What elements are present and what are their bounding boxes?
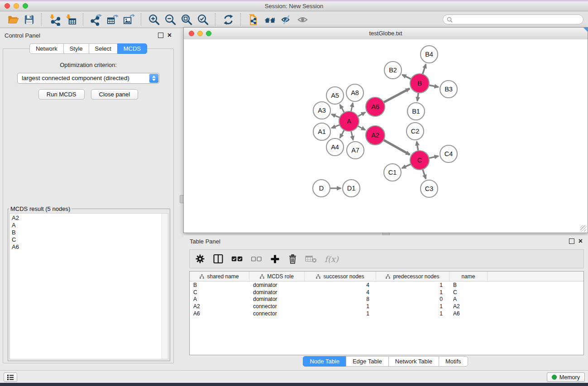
graph-node-C3[interactable]: C3 — [421, 180, 438, 197]
show-all-button[interactable] — [294, 12, 311, 27]
graph-node-B[interactable]: B — [410, 74, 429, 93]
tab-edge-table[interactable]: Edge Table — [346, 356, 389, 367]
graph-node-A4[interactable]: A4 — [326, 138, 344, 156]
graph-node-B3[interactable]: B3 — [440, 81, 457, 98]
float-panel-icon[interactable] — [158, 33, 163, 38]
zoom-selected-button[interactable] — [195, 12, 211, 27]
close-panel-button[interactable]: Close panel — [91, 89, 139, 100]
graph-node-C4[interactable]: C4 — [440, 145, 457, 162]
graph-node-A5[interactable]: A5 — [326, 87, 344, 104]
export-network-button[interactable] — [88, 12, 104, 27]
table-row[interactable]: A6connector11A6 — [190, 310, 583, 317]
open-session-button[interactable] — [5, 12, 21, 27]
attribute-settings-button[interactable] — [195, 254, 205, 264]
mcds-result-item[interactable]: A — [12, 222, 168, 229]
save-session-button[interactable] — [21, 12, 37, 27]
select-all-button[interactable] — [231, 255, 243, 263]
table-row[interactable]: Cdominator41C — [190, 289, 583, 296]
network-window-titlebar[interactable]: testGlobe.txt — [184, 28, 588, 40]
import-network-button[interactable] — [46, 12, 62, 27]
tab-motifs[interactable]: Motifs — [439, 356, 468, 367]
import-table-button[interactable] — [62, 12, 79, 27]
graph-node-label: D1 — [347, 185, 356, 192]
column-header-successor-nodes[interactable]: successor nodes — [305, 272, 376, 281]
run-mcds-button[interactable]: Run MCDS — [38, 89, 85, 100]
close-panel-icon[interactable] — [167, 33, 172, 38]
result-list-scrollbar[interactable] — [162, 214, 168, 359]
tab-node-table[interactable]: Node Table — [303, 356, 346, 367]
graph-node-B1[interactable]: B1 — [407, 103, 425, 120]
toolbar-separator — [41, 13, 42, 26]
hide-selected-button[interactable] — [278, 12, 294, 27]
mcds-result-list[interactable]: A2ABCA6 — [10, 213, 168, 359]
table-row[interactable]: Adominator80A — [190, 295, 583, 303]
zoom-window-button[interactable] — [23, 3, 28, 9]
mcds-result-item[interactable]: A6 — [12, 243, 168, 251]
graph-node-A[interactable]: A — [339, 111, 359, 131]
refresh-layout-button[interactable] — [220, 12, 236, 27]
graph-node-A1[interactable]: A1 — [313, 123, 330, 140]
graph-node-C[interactable]: C — [410, 151, 429, 170]
zoom-in-button[interactable] — [146, 12, 162, 27]
graph-node-C2[interactable]: C2 — [406, 123, 424, 140]
tab-network[interactable]: Network — [29, 43, 64, 54]
network-canvas[interactable]: B4B2BB3A8A5A6A3B1AC2A1A2A4A7C4CC1C3DD1 — [184, 39, 588, 233]
criterion-dropdown[interactable]: largest connected component (directed) — [17, 73, 159, 84]
new-network-from-selection-button[interactable] — [245, 12, 262, 27]
cell-mcds-role: connector — [249, 310, 305, 317]
tab-mcds[interactable]: MCDS — [117, 43, 147, 54]
first-neighbors-button[interactable] — [262, 12, 278, 27]
column-header-shared-name[interactable]: shared name — [190, 272, 249, 281]
zoom-network-button[interactable] — [206, 31, 211, 36]
graph-node-B4[interactable]: B4 — [421, 46, 438, 63]
eye-icon — [296, 14, 309, 26]
graph-node-D[interactable]: D — [313, 180, 330, 197]
mcds-result-item[interactable]: A2 — [12, 214, 168, 222]
graph-node-B2[interactable]: B2 — [384, 62, 402, 79]
add-column-button[interactable] — [270, 254, 280, 264]
memory-button[interactable]: Memory — [547, 372, 585, 382]
column-header-name[interactable]: name — [449, 272, 488, 281]
zoom-fit-button[interactable] — [178, 12, 195, 27]
tab-network-table[interactable]: Network Table — [388, 356, 439, 367]
mcds-result-item[interactable]: C — [12, 236, 168, 243]
column-header-mcds-role[interactable]: MCDS role — [249, 272, 305, 281]
export-table-button[interactable] — [104, 12, 120, 27]
minimize-network-button[interactable] — [197, 31, 203, 36]
close-table-panel-icon[interactable] — [578, 238, 583, 244]
graph-node-A3[interactable]: A3 — [313, 102, 330, 119]
delete-column-button[interactable] — [288, 254, 297, 264]
zoom-out-button[interactable] — [162, 12, 178, 27]
search-box[interactable] — [443, 14, 583, 24]
column-layout-button[interactable] — [213, 253, 224, 264]
graph-node-A8[interactable]: A8 — [346, 84, 363, 101]
deselect-all-button[interactable] — [251, 255, 262, 262]
minimize-window-button[interactable] — [14, 3, 19, 9]
search-input[interactable] — [455, 16, 579, 23]
close-network-button[interactable] — [189, 31, 194, 36]
network-graph[interactable]: B4B2BB3A8A5A6A3B1AC2A1A2A4A7C4CC1C3DD1 — [184, 39, 588, 233]
task-history-button[interactable] — [4, 372, 17, 382]
export-image-button[interactable] — [120, 12, 137, 27]
graph-node-A6[interactable]: A6 — [366, 97, 385, 116]
close-window-button[interactable] — [5, 3, 10, 9]
mcds-result-item[interactable]: B — [12, 229, 168, 236]
delete-table-button[interactable] — [305, 254, 317, 263]
float-table-panel-icon[interactable] — [569, 238, 574, 244]
unchecked-boxes-icon — [251, 255, 262, 262]
window-resize-grip[interactable] — [580, 225, 587, 232]
dock-indicator-icon[interactable] — [583, 28, 588, 32]
dropdown-stepper-icon[interactable] — [149, 74, 158, 83]
status-bar: Memory — [0, 370, 588, 383]
gear-icon — [195, 254, 205, 264]
tab-select[interactable]: Select — [89, 43, 118, 54]
graph-node-A7[interactable]: A7 — [347, 142, 364, 159]
graph-node-D1[interactable]: D1 — [343, 180, 360, 197]
graph-node-C1[interactable]: C1 — [384, 164, 401, 181]
tab-style[interactable]: Style — [63, 43, 89, 54]
table-row[interactable]: A2connector11A2 — [190, 303, 583, 310]
graph-node-A2[interactable]: A2 — [366, 126, 385, 145]
table-row[interactable]: Bdominator41B — [190, 281, 583, 289]
function-builder-button[interactable]: f(x) — [325, 254, 339, 264]
column-header-predecessor-nodes[interactable]: predecessor nodes — [376, 272, 449, 281]
